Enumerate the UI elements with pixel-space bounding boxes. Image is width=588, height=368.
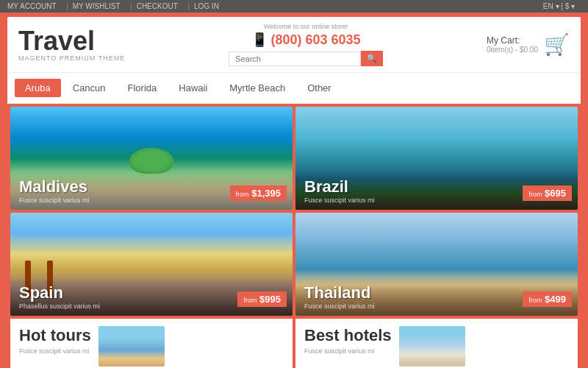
best-hotels-image <box>399 326 465 367</box>
my-account-link[interactable]: MY ACCOUNT <box>7 2 57 10</box>
phone-icon: 📱 <box>251 32 268 47</box>
destination-grid: Maldives Fusce suscipit varius mi from $… <box>7 104 581 319</box>
logo-title: Travel <box>18 28 125 54</box>
tab-myrtle-beach[interactable]: Myrtle Beach <box>219 79 295 97</box>
header-center: Welcome to our online store! 📱 (800) 603… <box>229 23 383 66</box>
top-bar-links: MY ACCOUNT | MY WISHLIST | CHECKOUT | LO… <box>7 2 225 10</box>
checkout-link[interactable]: CHECKOUT <box>137 2 178 10</box>
brazil-price: from $695 <box>523 185 572 201</box>
hot-tours-text: Hot tours Fusce suscipit varius mi <box>19 326 91 355</box>
destination-maldives[interactable]: Maldives Fusce suscipit varius mi from $… <box>10 107 293 210</box>
best-hotels-title: Best hotels <box>304 326 392 345</box>
maldives-price: from $1,395 <box>230 185 287 201</box>
spain-price: from $995 <box>237 291 287 307</box>
hot-tours-title: Hot tours <box>19 326 91 345</box>
best-hotels-card[interactable]: Best hotels Fusce suscipit varius mi <box>295 319 578 368</box>
welcome-text: Welcome to our online store! <box>229 23 383 30</box>
top-bar-right: EN ▾ | $ ▾ <box>543 2 575 10</box>
cart-area: My Cart: 0item(s) - $0.00 🛒 <box>487 32 570 57</box>
main-container: Travel MAGENTO PREMIUM THEME Welcome to … <box>7 17 581 368</box>
destination-brazil[interactable]: Brazil Fusce suscipit varius mi from $69… <box>295 107 578 210</box>
top-bar: MY ACCOUNT | MY WISHLIST | CHECKOUT | LO… <box>0 0 588 13</box>
bottom-section: Hot tours Fusce suscipit varius mi Best … <box>7 319 581 368</box>
search-bar: 🔍 <box>229 51 383 66</box>
tab-florida[interactable]: Florida <box>118 79 168 97</box>
nav-tabs: Aruba Cancun Florida Hawaii Myrtle Beach… <box>7 73 581 104</box>
tab-aruba[interactable]: Aruba <box>15 79 61 97</box>
my-wishlist-link[interactable]: MY WISHLIST <box>73 2 121 10</box>
language-selector[interactable]: EN <box>543 2 553 10</box>
login-link[interactable]: LOG IN <box>194 2 219 10</box>
destination-thailand[interactable]: Thailand Fusce suscipit varius mi from $… <box>295 213 578 316</box>
cart-icon[interactable]: 🛒 <box>544 32 570 57</box>
phone-number: 📱 (800) 603 6035 <box>229 32 383 48</box>
tab-cancun[interactable]: Cancun <box>62 79 116 97</box>
thailand-price: from $499 <box>523 291 572 307</box>
cart-label: My Cart: <box>487 35 538 46</box>
tab-other[interactable]: Other <box>297 79 342 97</box>
destination-spain[interactable]: Spain Phasellus suscipit varius mi from … <box>10 213 293 316</box>
hot-tours-card[interactable]: Hot tours Fusce suscipit varius mi <box>10 319 293 368</box>
currency-selector[interactable]: $ <box>565 2 570 10</box>
best-hotels-text: Best hotels Fusce suscipit varius mi <box>304 326 392 355</box>
logo-area: Travel MAGENTO PREMIUM THEME <box>18 28 125 62</box>
hot-tours-image <box>98 326 165 367</box>
logo-subtitle: MAGENTO PREMIUM THEME <box>18 54 125 62</box>
cart-price: 0item(s) - $0.00 <box>487 46 538 54</box>
header: Travel MAGENTO PREMIUM THEME Welcome to … <box>7 17 581 73</box>
tab-hawaii[interactable]: Hawaii <box>168 79 218 97</box>
search-button[interactable]: 🔍 <box>361 51 383 66</box>
best-hotels-subtitle: Fusce suscipit varius mi <box>304 347 392 355</box>
search-input[interactable] <box>229 52 361 66</box>
hot-tours-subtitle: Fusce suscipit varius mi <box>19 347 91 355</box>
